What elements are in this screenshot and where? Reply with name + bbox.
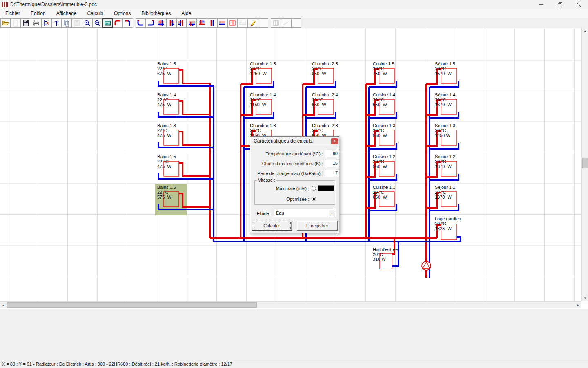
radiator-label[interactable]: Chambre 2.4 20 °C 650 W bbox=[312, 92, 338, 107]
calculator-icon[interactable] bbox=[102, 18, 113, 28]
open-folder-icon[interactable] bbox=[0, 18, 11, 28]
ruler-icon bbox=[238, 18, 248, 28]
menu-aide[interactable]: Aide bbox=[176, 9, 196, 18]
temp-depart-label: Température au départ (°C) : bbox=[254, 151, 323, 156]
radiator-label[interactable]: Loge gardien 20 °C 1325 W bbox=[435, 216, 461, 231]
blank-icon[interactable] bbox=[291, 18, 301, 28]
vitesse-legend: Vitesse : bbox=[257, 177, 276, 182]
chute-emetteurs-field[interactable]: 15 bbox=[325, 160, 339, 167]
fluide-label: Fluide : bbox=[254, 211, 272, 216]
perte-charge-label: Perte de charge maxi (DaPa/m) : bbox=[254, 171, 323, 176]
toolbar bbox=[0, 18, 588, 28]
copy-icon[interactable] bbox=[62, 18, 72, 28]
vertical-scrollbar[interactable]: ▲ ▼ bbox=[581, 28, 588, 301]
enregistrer-button[interactable]: Enregistrer bbox=[297, 221, 338, 231]
chevron-down-icon[interactable]: ▼ bbox=[329, 210, 335, 216]
title-bar: D:\Thermique\Dossiers\Immeuble-3.pdc bbox=[0, 0, 588, 9]
maximale-color-swatch[interactable] bbox=[318, 185, 334, 191]
radiator-label[interactable]: Hall d'entrée 20°C 310 W bbox=[373, 247, 398, 262]
corner-red-blue-icon[interactable] bbox=[123, 18, 133, 28]
status-bar: X = 83 : Y = 91 - Radiateur : De Dietric… bbox=[0, 360, 588, 368]
radiator-label[interactable]: Séjour 1.4 20 °C 1370 W bbox=[435, 92, 455, 107]
horizontal-scroll-thumb[interactable] bbox=[7, 302, 257, 308]
calculer-button[interactable]: Calculer bbox=[252, 221, 292, 231]
chute-emetteurs-label: Chute dans les émetteurs (K) : bbox=[254, 161, 323, 166]
radiator-label[interactable]: Chambre 2.5 20 °C 850 W bbox=[312, 61, 338, 76]
vertical-scroll-thumb[interactable] bbox=[582, 158, 588, 168]
fluide-value: Eau bbox=[276, 211, 284, 215]
close-button[interactable] bbox=[569, 0, 588, 9]
pipe-branch-icon[interactable] bbox=[41, 18, 51, 28]
radiator-label[interactable]: Bains 1.5 22 °C 475 W bbox=[157, 154, 176, 169]
paste-icon bbox=[72, 18, 82, 28]
tee-bottom-icon[interactable] bbox=[197, 18, 207, 28]
radiator-label[interactable]: Chambre 1.3 20 °C 1150 W bbox=[250, 123, 276, 138]
scroll-down-icon[interactable]: ▼ bbox=[582, 295, 588, 301]
scroll-right-icon[interactable]: ► bbox=[575, 302, 581, 308]
tee-top-icon[interactable] bbox=[187, 18, 197, 28]
print-icon[interactable] bbox=[31, 18, 41, 28]
scroll-left-icon[interactable]: ◄ bbox=[0, 302, 7, 308]
radiator-label[interactable]: Bains 1.5 22 °C 575 W bbox=[157, 185, 176, 200]
blank-icon[interactable] bbox=[258, 18, 268, 28]
cross-pipes-icon[interactable] bbox=[156, 18, 166, 28]
menu-bar: FichierEditionAffichageCalculsOptionsBib… bbox=[0, 9, 588, 18]
radiator-label[interactable]: Bains 1.4 22 °C 475 W bbox=[157, 92, 176, 107]
horizontal-pipes-icon[interactable] bbox=[217, 18, 227, 28]
radiator-label[interactable]: Séjour 1.3 20 °C 1450 W bbox=[435, 123, 455, 138]
radiator-label[interactable]: Bains 1.5 22°C 675 W bbox=[157, 61, 176, 76]
radiator-label[interactable]: Chambre 2.3 20 °C 650 W bbox=[312, 123, 338, 138]
menu-bibliothèques[interactable]: Bibliothèques bbox=[136, 9, 176, 18]
corner-blue-red-icon[interactable] bbox=[146, 18, 156, 28]
radiator-label[interactable]: Cusine 1.5 20 °C 750 W bbox=[373, 61, 394, 76]
radiator-label[interactable]: Cuisine 1.2 20 °C 550 W bbox=[373, 154, 395, 169]
save-icon[interactable] bbox=[21, 18, 31, 28]
radiator-label[interactable]: Bains 1.3 22°C 475 W bbox=[157, 123, 176, 138]
calc-dialog: Caractéristiques de calculs. x Températu… bbox=[250, 136, 339, 233]
app-window: D:\Thermique\Dossiers\Immeuble-3.pdc Fic… bbox=[0, 0, 588, 368]
tee-right-icon[interactable] bbox=[166, 18, 176, 28]
tee-left-icon[interactable] bbox=[176, 18, 187, 28]
schematic-canvas[interactable]: Bains 1.5 22°C 675 WBains 1.4 22 °C 475 … bbox=[0, 28, 581, 301]
radiator-icon bbox=[271, 18, 281, 28]
temp-depart-field[interactable]: 60 bbox=[325, 150, 339, 157]
line-icon bbox=[281, 18, 291, 28]
restore-button[interactable] bbox=[550, 0, 569, 9]
zoom-out-icon[interactable] bbox=[92, 18, 102, 28]
dialog-title: Caractéristiques de calculs. bbox=[250, 137, 339, 146]
menu-options[interactable]: Options bbox=[109, 9, 136, 18]
dialog-close-icon[interactable]: x bbox=[331, 138, 338, 144]
perte-charge-field[interactable]: 7 bbox=[325, 170, 339, 177]
radiator-label[interactable]: Cuisine 1.1 20 °C 650 W bbox=[373, 185, 395, 200]
radiator-label[interactable]: Séjour 1.1 20 °C 1370 W bbox=[435, 185, 455, 200]
minimize-button[interactable] bbox=[532, 0, 550, 9]
radiator-label[interactable]: Cuisine 1.3 20 °C 550 W bbox=[373, 123, 395, 138]
menu-affichage[interactable]: Affichage bbox=[51, 9, 82, 18]
optimisee-radio[interactable] bbox=[312, 197, 316, 201]
corner-red-icon[interactable] bbox=[113, 18, 123, 28]
window-title: D:\Thermique\Dossiers\Immeuble-3.pdc bbox=[10, 2, 97, 7]
scroll-up-icon[interactable]: ▲ bbox=[582, 28, 588, 34]
vertical-pipes-icon[interactable] bbox=[207, 18, 217, 28]
zoom-in-icon[interactable] bbox=[82, 18, 92, 28]
menu-edition[interactable]: Edition bbox=[25, 9, 51, 18]
menu-fichier[interactable]: Fichier bbox=[0, 9, 25, 18]
radiator-label[interactable]: Chambre 1.5 20 °C 1250 W bbox=[250, 61, 276, 76]
optimisee-label: Optimisée : bbox=[240, 197, 309, 202]
pipe-valve-icon[interactable] bbox=[51, 18, 62, 28]
pencil-icon[interactable] bbox=[248, 18, 258, 28]
new-file-icon bbox=[11, 18, 21, 28]
horizontal-scrollbar[interactable]: ◄ ► bbox=[0, 301, 581, 308]
properties-panel: Local : Bains 1.5 Ta (°C) : 22 Déperditi… bbox=[0, 309, 588, 360]
corner-blue-icon[interactable] bbox=[136, 18, 146, 28]
radiator-label[interactable]: Séjour 1.5 20 °C 1570 W bbox=[435, 61, 455, 76]
fluide-combo[interactable]: Eau ▼ bbox=[274, 209, 336, 217]
radiator-label[interactable]: Séjour 1.2 20 °C 1370 W bbox=[435, 154, 455, 169]
radiator-label[interactable]: Chambre 1.4 20 °C 1150 W bbox=[250, 92, 276, 107]
radiator-label[interactable]: Cuisine 1.4 20 °C 550 W bbox=[373, 92, 395, 107]
app-radiator-icon bbox=[2, 2, 8, 7]
radiator-icon[interactable] bbox=[227, 18, 238, 28]
maximale-radio[interactable] bbox=[312, 186, 316, 191]
menu-calculs[interactable]: Calculs bbox=[82, 9, 109, 18]
maximale-label: Maximale (m/s) : bbox=[240, 186, 309, 191]
